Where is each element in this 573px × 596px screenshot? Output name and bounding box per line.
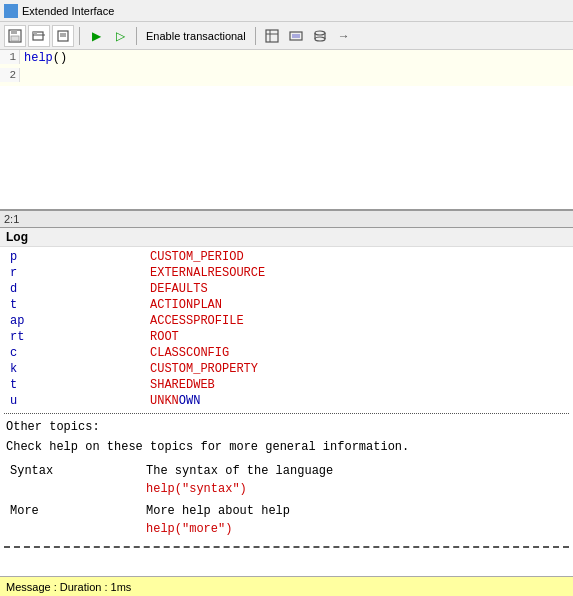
editor-line-2: 2	[0, 68, 573, 86]
grid-button[interactable]	[261, 25, 283, 47]
window-title: Extended Interface	[22, 5, 114, 17]
table-row: d DEFAULTS	[6, 281, 567, 297]
toolbar-separator-2	[136, 27, 137, 45]
message-text: Message : Duration : 1ms	[6, 581, 131, 593]
log-key: t	[6, 377, 146, 393]
enable-transactional-button[interactable]: Enable transactional	[142, 28, 250, 44]
open-button[interactable]	[28, 25, 50, 47]
svg-point-17	[315, 37, 325, 41]
log-value: SHAREDWEB	[146, 377, 567, 393]
equals-separator	[4, 546, 569, 548]
log-content: p CUSTOM_PERIOD r EXTERNALRESOURCE d DEF…	[0, 247, 573, 411]
log-value: CUSTOM_PERIOD	[146, 249, 567, 265]
main-container: 1 help() 2 2:1 Log p CUSTOM_PERIOD r	[0, 50, 573, 596]
log-value: EXTERNALRESOURCE	[146, 265, 567, 281]
toolbar-separator-3	[255, 27, 256, 45]
log-key: ap	[6, 313, 146, 329]
log-value: CUSTOM_PROPERTY	[146, 361, 567, 377]
other-topics: Other topics: Check help on these topics…	[0, 416, 573, 542]
toolbar-separator-1	[79, 27, 80, 45]
log-scroll[interactable]: Log p CUSTOM_PERIOD r EXTERNALRESOURCE d…	[0, 228, 573, 576]
data-button[interactable]	[309, 25, 331, 47]
log-value: ACTIONPLAN	[146, 297, 567, 313]
log-key: d	[6, 281, 146, 297]
topic-key-more: More	[6, 502, 146, 538]
other-topics-desc: Check help on these topics for more gene…	[6, 438, 567, 456]
topic-row-more: More More help about help help("more")	[6, 502, 567, 538]
log-value: CLASSCONFIG	[146, 345, 567, 361]
line-number-2: 2	[0, 68, 20, 82]
log-key: k	[6, 361, 146, 377]
line-content-2	[20, 68, 573, 84]
editor-line-1: 1 help()	[0, 50, 573, 68]
view-button[interactable]	[285, 25, 307, 47]
table-row: p CUSTOM_PERIOD	[6, 249, 567, 265]
table-row: t ACTIONPLAN	[6, 297, 567, 313]
dotted-separator	[4, 413, 569, 414]
log-key: c	[6, 345, 146, 361]
save-button[interactable]	[4, 25, 26, 47]
svg-rect-2	[11, 36, 19, 41]
log-table: p CUSTOM_PERIOD r EXTERNALRESOURCE d DEF…	[6, 249, 567, 409]
table-row: u UNKNOWN	[6, 393, 567, 409]
log-value: DEFAULTS	[146, 281, 567, 297]
export-button[interactable]	[52, 25, 74, 47]
topic-row-syntax: Syntax The syntax of the language help("…	[6, 462, 567, 498]
svg-rect-13	[292, 34, 300, 38]
log-key: t	[6, 297, 146, 313]
topic-val-syntax: The syntax of the language help("syntax"…	[146, 462, 333, 498]
svg-rect-4	[33, 32, 37, 34]
table-row: ap ACCESSPROFILE	[6, 313, 567, 329]
svg-rect-9	[266, 30, 278, 42]
log-key: r	[6, 265, 146, 281]
run-step-button[interactable]: ▷	[109, 25, 131, 47]
status-bar: 2:1	[0, 210, 573, 228]
log-key: u	[6, 393, 146, 409]
line-content-1: help()	[20, 50, 573, 66]
message-bar: Message : Duration : 1ms	[0, 576, 573, 596]
app-icon	[4, 4, 18, 18]
log-key: rt	[6, 329, 146, 345]
svg-point-14	[315, 31, 325, 35]
log-header: Log	[0, 228, 573, 247]
line-number-1: 1	[0, 50, 20, 64]
table-row: c CLASSCONFIG	[6, 345, 567, 361]
table-row: r EXTERNALRESOURCE	[6, 265, 567, 281]
log-key: p	[6, 249, 146, 265]
log-value: ROOT	[146, 329, 567, 345]
toolbar: ▶ ▷ Enable transactional →	[0, 22, 573, 50]
editor-area[interactable]: 1 help() 2	[0, 50, 573, 210]
arrow-button[interactable]: →	[333, 25, 355, 47]
topic-val-more: More help about help help("more")	[146, 502, 290, 538]
table-row: t SHAREDWEB	[6, 377, 567, 393]
title-bar: Extended Interface	[0, 0, 573, 22]
run-button[interactable]: ▶	[85, 25, 107, 47]
log-value: ACCESSPROFILE	[146, 313, 567, 329]
topic-key-syntax: Syntax	[6, 462, 146, 498]
table-row: k CUSTOM_PROPERTY	[6, 361, 567, 377]
table-row: rt ROOT	[6, 329, 567, 345]
cursor-position: 2:1	[4, 213, 19, 225]
svg-rect-1	[11, 30, 17, 34]
other-topics-title: Other topics:	[6, 418, 567, 436]
log-value: UNKNOWN	[146, 393, 567, 409]
